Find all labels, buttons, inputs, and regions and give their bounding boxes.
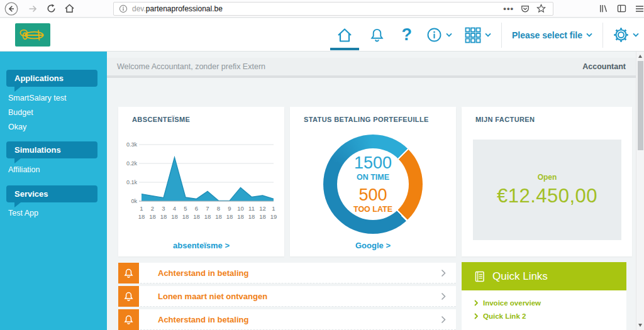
info-icon [426, 27, 442, 43]
quick-links-title: Quick Links [492, 270, 548, 283]
svg-text:18: 18 [138, 213, 145, 220]
forward-icon[interactable] [28, 4, 38, 14]
svg-text:6: 6 [195, 205, 198, 212]
chevron-right-icon [474, 313, 478, 319]
donut-center: 1500 ON TIME 500 TOO LATE [337, 148, 409, 220]
sidebar-item-smartsalary-test[interactable]: SmartSalary test [8, 94, 66, 102]
svg-text:9: 9 [228, 205, 231, 212]
partena-logo[interactable] [15, 23, 50, 47]
bookmark-star-icon[interactable] [536, 4, 546, 13]
card-title: ABSCENTEÏSME [132, 116, 190, 123]
svg-text:5: 5 [184, 205, 187, 212]
svg-text:18: 18 [149, 213, 156, 220]
chevron-down-icon [633, 33, 639, 37]
quick-link-invoice-overview[interactable]: Invoice overview [474, 299, 626, 307]
sidebar-item-budget[interactable]: Budget [8, 108, 33, 117]
svg-text:0.2k: 0.2k [126, 160, 138, 167]
open-amount: €12.450,00 [497, 185, 597, 207]
svg-text:18: 18 [248, 213, 255, 220]
quick-link-2[interactable]: Quick Link 2 [474, 312, 626, 320]
invoices-card: MIJN FACTUREN Open €12.450,00 [462, 107, 632, 256]
chevron-down-icon [446, 33, 452, 37]
chevron-right-icon [441, 292, 446, 300]
sidebar-item-test-app[interactable]: Test App [8, 209, 38, 217]
sidebar-section-applications[interactable]: Applications [6, 70, 97, 87]
sidebar: Applications SmartSalary test Budget Oka… [0, 52, 107, 330]
nav-notifications[interactable] [369, 18, 385, 52]
alert-bell-icon [118, 309, 139, 330]
quick-links-body: Invoice overview Quick Link 2 [462, 290, 626, 330]
chevron-down-icon [586, 33, 592, 37]
reload-icon[interactable] [47, 4, 56, 13]
scrollbar-thumb[interactable] [638, 61, 643, 150]
header-divider [602, 23, 603, 48]
nav-apps-grid[interactable] [465, 18, 491, 52]
svg-text:18: 18 [171, 213, 178, 220]
chevron-right-icon [441, 316, 446, 324]
too-late-label: TOO LATE [353, 205, 392, 214]
sidebar-section-simulations[interactable]: Simulations [6, 141, 97, 158]
url-bar[interactable]: dev.partenaprofessional.be ••• [113, 2, 553, 16]
browser-home-icon[interactable] [65, 4, 74, 13]
card-title: STATUS BETALING PORTEFEUILLE [304, 116, 429, 123]
absenteeism-card: ABSCENTEÏSME 0k0.1k0.2k0.3k1182183184185… [118, 107, 284, 256]
absenteeism-area-chart: 0k0.1k0.2k0.3k11821831841851861871881891… [124, 137, 279, 225]
open-status-label: Open [538, 173, 557, 182]
card-title: MIJN FACTUREN [475, 116, 535, 123]
sidebar-item-okay[interactable]: Okay [8, 123, 26, 131]
nav-settings[interactable] [613, 18, 639, 52]
main-content: Welcome Accountant, zonder prefix Extern… [107, 52, 636, 330]
alert-bell-icon [118, 263, 139, 283]
svg-text:7: 7 [206, 205, 209, 212]
scroll-up-arrow[interactable] [638, 55, 642, 58]
svg-text:18: 18 [226, 213, 233, 220]
svg-text:12: 12 [259, 205, 266, 212]
sidebar-item-affiliation[interactable]: Affiliation [8, 165, 40, 174]
header-divider [501, 23, 502, 48]
svg-text:11: 11 [248, 205, 255, 212]
bell-icon [369, 27, 385, 43]
library-icon[interactable] [599, 4, 608, 13]
pocket-icon[interactable] [521, 4, 530, 13]
google-link[interactable]: Google > [290, 241, 456, 250]
svg-text:10: 10 [237, 205, 244, 212]
nav-help[interactable]: ? [401, 18, 412, 52]
absenteeism-link[interactable]: absenteïsme > [118, 241, 284, 250]
header-nav: ? Please select file [328, 18, 643, 52]
alert-label: Achterstand in betaling [158, 315, 441, 324]
alert-row[interactable]: Lonen maart niet ontvangen [118, 286, 456, 307]
select-file-label: Please select file [512, 30, 582, 40]
nav-home[interactable] [336, 18, 353, 52]
sidebar-toggle-icon[interactable] [617, 4, 626, 13]
svg-text:1: 1 [140, 205, 143, 212]
svg-text:18: 18 [204, 213, 211, 220]
user-role-label: Accountant [582, 62, 626, 71]
svg-text:3: 3 [162, 205, 165, 212]
select-file-dropdown[interactable]: Please select file [512, 18, 592, 52]
page-scrollbar[interactable] [636, 52, 644, 330]
welcome-bar: Welcome Accountant, zonder prefix Extern… [107, 58, 636, 78]
welcome-message: Welcome Accountant, zonder prefix Extern [117, 62, 265, 71]
page-info-icon[interactable] [119, 4, 128, 13]
svg-text:2: 2 [151, 205, 154, 212]
nav-info[interactable] [426, 18, 452, 52]
payment-status-donut-chart: 1500 ON TIME 500 TOO LATE [323, 135, 423, 234]
url-text: dev.partenaprofessional.be [132, 4, 223, 13]
on-time-value: 1500 [354, 155, 392, 172]
alert-row[interactable]: Achterstand in betaling [118, 309, 456, 330]
question-mark-icon: ? [401, 25, 412, 45]
alert-row[interactable]: Achterstand in betaling [118, 263, 456, 283]
scroll-down-arrow[interactable] [638, 324, 642, 327]
page-actions-icon[interactable]: ••• [503, 6, 514, 12]
logo-doodle-icon [18, 26, 48, 45]
alerts-list: Achterstand in betaling Lonen maart niet… [118, 263, 456, 330]
back-icon[interactable] [4, 2, 18, 16]
menu-hamburger-icon[interactable] [635, 5, 644, 13]
svg-text:18: 18 [193, 213, 200, 220]
quick-links-panel: Quick Links Invoice overview Quick Link … [462, 262, 626, 330]
svg-text:18: 18 [237, 213, 244, 220]
sidebar-section-services[interactable]: Services [6, 185, 97, 202]
home-icon [336, 27, 353, 43]
quick-links-header: Quick Links [462, 262, 626, 290]
svg-text:1: 1 [272, 205, 275, 212]
